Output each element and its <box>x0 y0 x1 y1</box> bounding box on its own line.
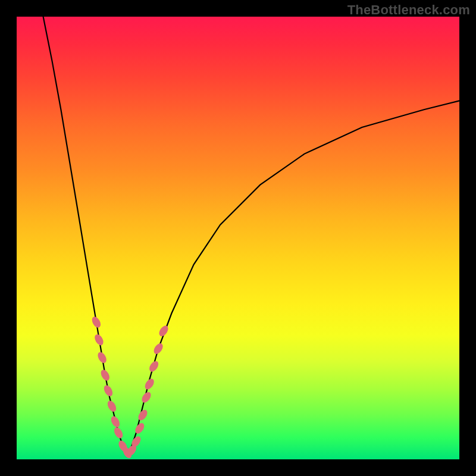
data-marker <box>106 399 118 413</box>
marker-group <box>90 315 170 460</box>
data-marker <box>133 421 146 435</box>
data-marker <box>152 342 164 355</box>
chart-frame: TheBottleneck.com <box>0 0 476 476</box>
data-marker <box>99 368 111 382</box>
curve-left-branch <box>43 17 127 455</box>
data-marker <box>148 359 160 373</box>
data-marker <box>93 333 105 346</box>
data-marker <box>109 415 121 428</box>
data-marker <box>112 426 124 440</box>
data-marker <box>90 315 102 329</box>
data-marker <box>136 408 149 422</box>
data-marker <box>96 350 108 364</box>
curve-layer <box>17 17 459 459</box>
curve-right-branch <box>127 101 459 455</box>
plot-area <box>17 17 459 459</box>
data-marker <box>102 384 114 397</box>
watermark-text: TheBottleneck.com <box>347 2 470 18</box>
